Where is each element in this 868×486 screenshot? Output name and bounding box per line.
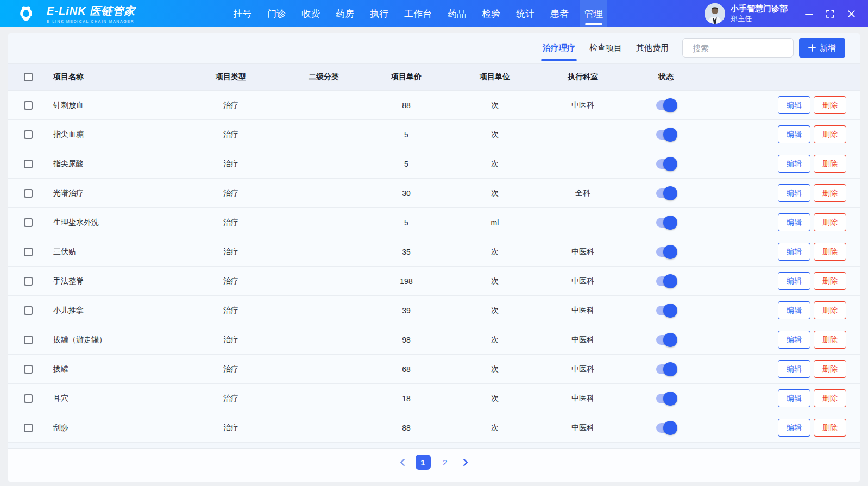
chevron-right-icon[interactable] [460, 455, 471, 470]
status-toggle[interactable] [656, 218, 676, 228]
minimize-icon[interactable] [804, 9, 814, 18]
cell-type: 治疗 [185, 306, 277, 315]
tab[interactable]: 治疗理疗 [543, 39, 575, 58]
edit-button[interactable]: 编辑 [778, 125, 810, 143]
row-checkbox[interactable] [24, 248, 33, 256]
table-row: 拔罐 治疗 68 次 中医科 编辑 删除 [8, 355, 860, 384]
tab[interactable]: 其他费用 [636, 39, 669, 58]
edit-button[interactable]: 编辑 [778, 331, 810, 349]
delete-button[interactable]: 删除 [814, 331, 846, 349]
delete-button[interactable]: 删除 [814, 301, 846, 319]
status-toggle[interactable] [656, 247, 676, 257]
status-toggle[interactable] [656, 423, 676, 433]
edit-button[interactable]: 编辑 [778, 243, 810, 261]
edit-button[interactable]: 编辑 [778, 360, 810, 378]
row-checkbox[interactable] [24, 306, 33, 315]
cell-price: 5 [370, 130, 442, 139]
main-nav: 挂号 门诊 收费 药房 执行 工作台 药品 [229, 0, 607, 27]
delete-button[interactable]: 删除 [814, 213, 846, 231]
cell-price: 88 [370, 101, 442, 110]
edit-button[interactable]: 编辑 [778, 301, 810, 319]
delete-button[interactable]: 删除 [814, 272, 846, 290]
app-title: E-LiNK 医链管家 [47, 4, 135, 18]
status-toggle[interactable] [656, 335, 676, 345]
edit-button[interactable]: 编辑 [778, 155, 810, 173]
tab-label: 治疗理疗 [543, 43, 575, 52]
delete-button[interactable]: 删除 [814, 155, 846, 173]
status-toggle[interactable] [656, 394, 676, 403]
cell-unit: 次 [442, 276, 548, 286]
table-row: 指尖尿酸 治疗 5 次 编辑 删除 [8, 149, 860, 179]
search-input[interactable] [693, 43, 801, 53]
cell-name: 针刺放血 [53, 100, 185, 110]
cell-type: 治疗 [185, 276, 277, 286]
edit-button[interactable]: 编辑 [778, 272, 810, 290]
col-header-dept: 执行科室 [548, 72, 618, 82]
edit-button[interactable]: 编辑 [778, 389, 810, 407]
nav-item[interactable]: 药品 [443, 0, 470, 27]
row-checkbox[interactable] [24, 336, 33, 344]
status-toggle[interactable] [656, 100, 676, 110]
page-number-label: 2 [443, 458, 447, 467]
user-area[interactable]: 小手智慧门诊部 郑主任 [705, 0, 788, 27]
row-checkbox[interactable] [24, 424, 33, 432]
delete-button[interactable]: 删除 [814, 184, 846, 202]
table-row: 小儿推拿 治疗 39 次 中医科 编辑 删除 [8, 296, 860, 325]
page-number-button[interactable]: 2 [438, 455, 453, 470]
nav-item[interactable]: 统计 [512, 0, 539, 27]
close-icon[interactable] [846, 9, 856, 18]
nav-item[interactable]: 工作台 [400, 0, 436, 27]
edit-button[interactable]: 编辑 [778, 96, 810, 114]
row-checkbox[interactable] [24, 189, 33, 198]
table-row: 生理盐水外洗 治疗 5 ml 编辑 删除 [8, 208, 860, 237]
page-number-label: 1 [420, 458, 425, 467]
row-checkbox[interactable] [24, 218, 33, 227]
nav-item[interactable]: 收费 [297, 0, 324, 27]
edit-button[interactable]: 编辑 [778, 213, 810, 231]
status-toggle[interactable] [656, 188, 676, 198]
delete-button[interactable]: 删除 [814, 96, 846, 114]
table-body: 针刺放血 治疗 88 次 中医科 编辑 删除 [8, 91, 860, 443]
delete-button[interactable]: 删除 [814, 243, 846, 261]
nav-item[interactable]: 门诊 [263, 0, 290, 27]
select-all-checkbox[interactable] [24, 73, 33, 81]
clinic-name: 小手智慧门诊部 [731, 4, 788, 14]
maximize-icon[interactable] [825, 9, 835, 18]
row-checkbox[interactable] [24, 365, 33, 374]
status-toggle[interactable] [656, 306, 676, 315]
tab[interactable]: 检查项目 [589, 39, 622, 58]
status-toggle[interactable] [656, 364, 676, 374]
row-checkbox[interactable] [24, 130, 33, 139]
nav-item[interactable]: 执行 [366, 0, 393, 27]
table-row: 光谱治疗 治疗 30 次 全科 编辑 删除 [8, 179, 860, 208]
add-button-label: 新增 [820, 43, 836, 53]
row-checkbox[interactable] [24, 277, 33, 286]
row-checkbox[interactable] [24, 160, 33, 168]
delete-button[interactable]: 删除 [814, 360, 846, 378]
nav-item[interactable]: 检验 [477, 0, 505, 27]
nav-item[interactable]: 挂号 [229, 0, 256, 27]
table-row: 手法整脊 治疗 198 次 中医科 编辑 删除 [8, 267, 860, 296]
edit-button[interactable]: 编辑 [778, 184, 810, 202]
cell-unit: 次 [442, 188, 548, 198]
plus-icon [808, 44, 816, 52]
delete-button[interactable]: 删除 [814, 419, 846, 437]
delete-button[interactable]: 删除 [814, 125, 846, 143]
cell-price: 39 [370, 306, 442, 315]
nav-item-label: 管理 [584, 8, 603, 20]
nav-item[interactable]: 管理 [580, 0, 607, 27]
status-toggle[interactable] [656, 276, 676, 286]
edit-button[interactable]: 编辑 [778, 419, 810, 437]
nav-item[interactable]: 药房 [331, 0, 358, 27]
cell-price: 18 [370, 394, 442, 403]
delete-button[interactable]: 删除 [814, 389, 846, 407]
nav-item[interactable]: 患者 [546, 0, 573, 27]
page-number-button[interactable]: 1 [416, 455, 431, 470]
row-checkbox[interactable] [24, 101, 33, 110]
row-checkbox[interactable] [24, 394, 33, 403]
chevron-left-icon[interactable] [398, 455, 408, 470]
col-header-price: 项目单价 [370, 72, 442, 82]
status-toggle[interactable] [656, 159, 676, 169]
add-button[interactable]: 新增 [799, 38, 845, 58]
status-toggle[interactable] [656, 130, 676, 140]
